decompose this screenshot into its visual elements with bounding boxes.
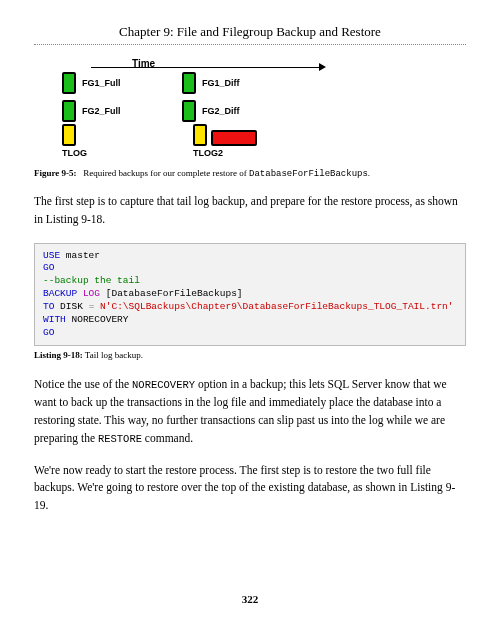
tlog-row: TLOG TLOG2 [62, 124, 332, 158]
fg2-full-cell: FG2_Full [62, 100, 182, 122]
fg2-diff-label: FG2_Diff [202, 106, 240, 116]
fg1-full-cell: FG1_Full [62, 72, 182, 94]
code-token: DISK [54, 301, 88, 312]
code-token: TO [43, 301, 54, 312]
arrow-right-icon [319, 63, 326, 71]
figure-text: Required backups for our complete restor… [83, 168, 249, 178]
diagram-grid: FG1_Full FG1_Diff FG2_Full FG2_Diff [62, 72, 332, 122]
code-comment: --backup the tail [43, 275, 140, 286]
code-token: BACKUP [43, 288, 77, 299]
para2-norecovery: NORECOVERY [132, 379, 195, 391]
code-token: master [60, 250, 100, 261]
code-string: N'C:\SQLBackups\Chapter9\DatabaseForFile… [94, 301, 453, 312]
figure-caption: Figure 9-5: Required backups for our com… [34, 168, 466, 179]
backup-diagram: Time FG1_Full FG1_Diff FG2_Full FG2_Diff [62, 57, 332, 158]
para2-restore: RESTORE [98, 433, 142, 445]
listing-caption: Listing 9-18: Tail log backup. [34, 350, 466, 360]
code-token: [DatabaseForFileBackups] [106, 288, 243, 299]
tlog-box-icon [193, 124, 207, 146]
code-token: GO [43, 327, 54, 338]
paragraph-3: We're now ready to start the restore pro… [34, 462, 466, 515]
tlog2-label: TLOG2 [193, 148, 223, 158]
figure-dbname: DatabaseForFileBackups [249, 169, 368, 179]
code-token: GO [43, 262, 54, 273]
fg2-full-label: FG2_Full [82, 106, 121, 116]
paragraph-1: The first step is to capture that tail l… [34, 193, 466, 229]
code-token: LOG [77, 288, 106, 299]
figure-number: Figure 9-5: [34, 168, 77, 178]
time-axis-row: Time [102, 57, 332, 69]
code-listing-9-18: USE master GO --backup the tail BACKUP L… [34, 243, 466, 347]
paragraph-2: Notice the use of the NORECOVERY option … [34, 376, 466, 447]
listing-text: Tail log backup. [85, 350, 143, 360]
code-token: NORECOVERY [66, 314, 129, 325]
tail-log-box-icon [211, 130, 257, 146]
backup-box-icon [182, 72, 196, 94]
time-axis [161, 57, 332, 69]
code-token: USE [43, 250, 60, 261]
listing-number: Listing 9-18: [34, 350, 83, 360]
backup-box-icon [182, 100, 196, 122]
tlog-box-icon [62, 124, 76, 146]
tlog-item: TLOG [62, 124, 87, 158]
fg2-diff-cell: FG2_Diff [182, 100, 302, 122]
fg1-diff-label: FG1_Diff [202, 78, 240, 88]
backup-box-icon [62, 100, 76, 122]
para2-e: command. [142, 432, 193, 444]
tlog-label: TLOG [62, 148, 87, 158]
chapter-title: Chapter 9: File and Filegroup Backup and… [34, 24, 466, 40]
fg1-diff-cell: FG1_Diff [182, 72, 302, 94]
code-token: WITH [43, 314, 66, 325]
tlog2-item: TLOG2 [193, 124, 257, 158]
fg1-full-label: FG1_Full [82, 78, 121, 88]
figure-text-after: . [368, 168, 370, 178]
backup-box-icon [62, 72, 76, 94]
header-rule [34, 44, 466, 45]
page-number: 322 [0, 593, 500, 605]
para2-a: Notice the use of the [34, 378, 132, 390]
